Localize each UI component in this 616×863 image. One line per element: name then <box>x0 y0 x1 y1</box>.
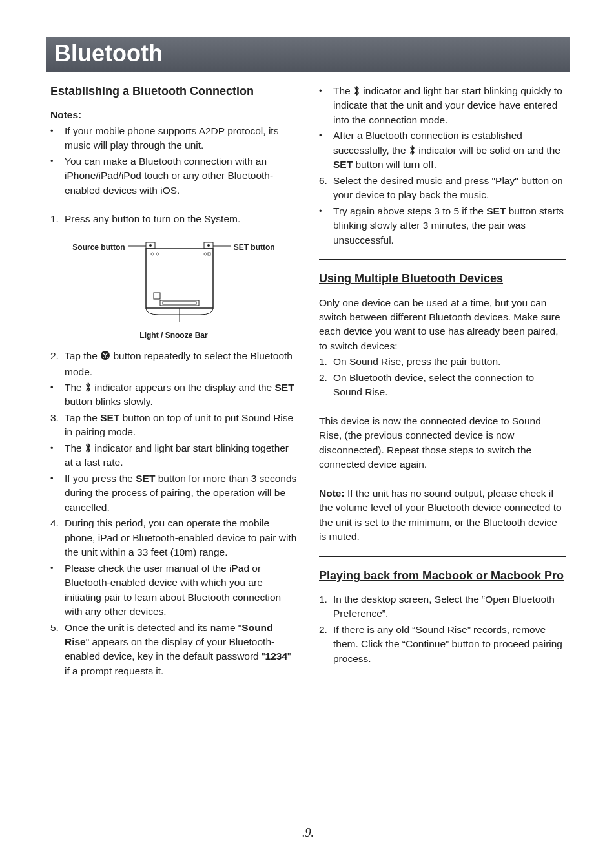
step-text: During this period, you can operate the … <box>65 516 297 559</box>
text-fragment: Tap the <box>65 350 100 361</box>
title-bar: Bluetooth <box>46 37 570 72</box>
step-text: On Sound Rise, press the pair button. <box>333 355 566 369</box>
note-text: You can make a Bluetooth connection with… <box>65 154 297 198</box>
page-number: .9. <box>0 826 616 840</box>
step-number: 6. <box>319 174 333 203</box>
list-item: 2. If there is any old “Sound Rise” reco… <box>319 623 566 666</box>
text-fragment: indicator and light bar start blinking q… <box>333 85 562 125</box>
step-text: Press any button to turn on the System. <box>65 212 297 226</box>
note-paragraph: Note: If the unit has no sound output, p… <box>319 486 566 545</box>
bluetooth-icon <box>85 442 92 453</box>
list-item: • After a Bluetooth connection is establ… <box>319 129 566 172</box>
list-item: • The indicator appears on the display a… <box>50 380 297 410</box>
device-diagram: Source button <box>50 236 297 326</box>
set-word: SET <box>136 473 155 484</box>
multi-para2: This device is now the connected device … <box>319 414 566 472</box>
device-illustration <box>128 236 231 326</box>
step-text: The indicator appears on the display and… <box>65 380 297 410</box>
text-fragment: button blinks slowly. <box>65 396 153 407</box>
list-item: • If your mobile phone supports A2DP pro… <box>50 124 297 153</box>
bullet-icon: • <box>50 380 65 410</box>
list-item: • The indicator and light bar start blin… <box>50 441 297 470</box>
step-number: 4. <box>50 516 65 559</box>
text-fragment: indicator will be solid on and the <box>416 145 560 156</box>
right-column: • The indicator and light bar start blin… <box>319 84 566 680</box>
step-text: Once the unit is detected and its name "… <box>65 621 297 679</box>
multi-intro: Only one device can be used at a time, b… <box>319 296 566 354</box>
step-text: On Bluetooth device, select the connecti… <box>333 371 566 400</box>
text-fragment: Try again above steps 3 to 5 if the <box>333 205 486 216</box>
svg-point-7 <box>151 253 154 255</box>
svg-rect-10 <box>208 253 210 255</box>
bullet-icon: • <box>319 129 333 172</box>
step-number: 5. <box>50 621 65 679</box>
step-text: If you press the SET button for more tha… <box>65 472 297 515</box>
note-text: If your mobile phone supports A2DP proto… <box>65 124 297 153</box>
bullet-icon: • <box>319 84 333 127</box>
set-button-label: SET button <box>234 242 275 253</box>
step-number: 2. <box>319 623 333 666</box>
svg-rect-11 <box>154 293 160 299</box>
steps-list-left-cont: 2. Tap the button repeatedly to select t… <box>50 349 297 678</box>
diagram-caption: Light / Snooze Bar <box>50 330 297 341</box>
set-word: SET <box>100 412 119 423</box>
macbook-steps: 1. In the desktop screen, Select the “Op… <box>319 592 566 666</box>
list-item: • The indicator and light bar start blin… <box>319 84 566 127</box>
list-item: 3. Tap the SET button on top of unit to … <box>50 411 297 440</box>
list-item: 1. On Sound Rise, press the pair button. <box>319 355 566 369</box>
step-text: Tap the SET button on top of unit to put… <box>65 411 297 440</box>
bullet-icon: • <box>50 472 65 515</box>
set-word: SET <box>486 205 506 216</box>
list-item: 1. Press any button to turn on the Syste… <box>50 212 297 226</box>
text-fragment: " appears on the display of your Bluetoo… <box>65 636 274 661</box>
step-text: Tap the button repeatedly to select the … <box>65 349 297 379</box>
step-text: The indicator and light bar start blinki… <box>333 84 566 127</box>
bluetooth-icon <box>409 145 416 156</box>
notes-label: Notes: <box>50 108 297 122</box>
password-value: 1234 <box>265 650 287 661</box>
list-item: 5. Once the unit is detected and its nam… <box>50 621 297 679</box>
list-item: • If you press the SET button for more t… <box>50 472 297 515</box>
step-text: Try again above steps 3 to 5 if the SET … <box>333 204 566 247</box>
list-item: • Try again above steps 3 to 5 if the SE… <box>319 204 566 247</box>
list-item: 1. In the desktop screen, Select the “Op… <box>319 592 566 621</box>
list-item: • You can make a Bluetooth connection wi… <box>50 154 297 198</box>
svg-rect-12 <box>160 300 199 306</box>
steps-list-left: 1. Press any button to turn on the Syste… <box>50 212 297 226</box>
heading-multiple-devices: Using Multiple Bluetooth Devices <box>319 271 566 286</box>
source-icon <box>100 350 110 364</box>
list-item: 6. Select the desired music and press "P… <box>319 174 566 203</box>
step-text: After a Bluetooth connection is establis… <box>333 129 566 172</box>
steps-continuation: • The indicator and light bar start blin… <box>319 84 566 247</box>
divider <box>319 556 566 557</box>
note-label: Note: <box>319 488 347 499</box>
notes-list: • If your mobile phone supports A2DP pro… <box>50 124 297 198</box>
step-text: The indicator and light bar start blinki… <box>65 441 297 470</box>
svg-point-5 <box>207 244 210 247</box>
bullet-icon: • <box>319 204 333 247</box>
text-fragment: Once the unit is detected and its name " <box>65 622 241 633</box>
list-item: • Please check the user manual of the iP… <box>50 561 297 619</box>
text-fragment: If you press the <box>65 473 136 484</box>
page-title: Bluetooth <box>54 40 562 67</box>
text-fragment: button will turn off. <box>353 159 436 170</box>
list-item: 4. During this period, you can operate t… <box>50 516 297 559</box>
text-fragment: The <box>65 442 85 453</box>
text-fragment: indicator and light bar start blinking t… <box>65 442 289 468</box>
set-word: SET <box>333 159 353 170</box>
left-column: Establishing a Bluetooth Connection Note… <box>50 84 297 680</box>
svg-point-9 <box>204 253 207 255</box>
step-text: In the desktop screen, Select the “Open … <box>333 592 566 621</box>
step-number: 3. <box>50 411 65 440</box>
svg-point-16 <box>103 357 104 358</box>
step-text: Please check the user manual of the iPad… <box>65 561 297 619</box>
content-columns: Establishing a Bluetooth Connection Note… <box>50 84 566 680</box>
step-number: 1. <box>50 212 65 226</box>
bullet-icon: • <box>50 561 65 619</box>
step-number: 2. <box>319 371 333 400</box>
step-number: 2. <box>50 349 65 379</box>
text-fragment: indicator appears on the display and the <box>92 382 275 393</box>
svg-point-8 <box>156 253 159 255</box>
multi-steps: 1. On Sound Rise, press the pair button.… <box>319 355 566 399</box>
divider <box>319 259 566 260</box>
